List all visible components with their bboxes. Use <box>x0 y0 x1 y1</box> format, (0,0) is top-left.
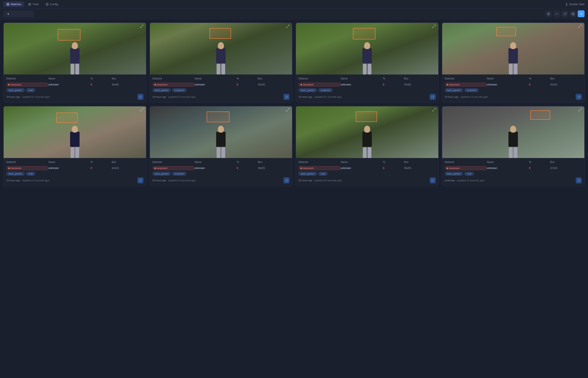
expand-icon[interactable] <box>286 108 290 112</box>
card-info: DetectorName%Boxdeepstackunknown044x53ba… <box>4 158 146 186</box>
card-refresh-button[interactable] <box>283 94 290 100</box>
col-header-%: % <box>383 77 404 80</box>
card-image-wrapper <box>4 106 146 158</box>
settings-button[interactable] <box>570 10 576 17</box>
refresh-all-button[interactable] <box>561 10 568 17</box>
card-refresh-button[interactable] <box>430 94 436 100</box>
card-refresh-button[interactable] <box>137 177 143 183</box>
figure-leg-left <box>71 147 74 158</box>
expand-icon[interactable] <box>578 108 583 112</box>
expand-icon[interactable] <box>432 108 437 112</box>
card-image-wrapper <box>4 23 146 74</box>
tag-snapshot[interactable]: snapshot <box>172 172 186 176</box>
check-button[interactable] <box>553 10 560 17</box>
tag-back_garden[interactable]: back_garden <box>153 172 171 176</box>
tag-back_garden[interactable]: back_garden <box>6 172 25 176</box>
app-title-area: ❯ Double Take <box>565 3 585 6</box>
figure-legs <box>363 64 371 74</box>
expand-icon[interactable] <box>140 25 144 29</box>
svg-line-30 <box>434 108 435 109</box>
card-image-wrapper <box>296 23 438 74</box>
face-bounding-box <box>353 28 376 39</box>
scene-background <box>296 106 438 158</box>
toolbar: ▾ <box>0 9 588 19</box>
info-data-row: deepstackunknown045x60 <box>6 83 143 87</box>
close-button[interactable] <box>578 10 585 17</box>
svg-line-27 <box>141 110 141 111</box>
figure-head <box>364 42 370 49</box>
tab-train[interactable]: Train <box>25 1 42 7</box>
svg-line-25 <box>579 27 580 27</box>
human-figure <box>70 42 80 74</box>
delete-button[interactable] <box>545 10 552 17</box>
match-percentage: 0 <box>90 83 112 86</box>
tab-config[interactable]: Config <box>43 1 61 7</box>
info-header: DetectorName%Box <box>6 161 143 164</box>
expand-icon[interactable] <box>140 108 144 112</box>
card-refresh-button[interactable] <box>576 94 582 100</box>
col-header-box: Box <box>258 161 290 164</box>
info-data-row: deepstackunknown045x60 <box>153 83 290 87</box>
filter-dropdown[interactable]: ▾ <box>3 11 34 17</box>
figure-body <box>70 48 80 63</box>
tag-back_garden[interactable]: back_garden <box>153 88 171 92</box>
svg-line-26 <box>142 108 143 109</box>
card-image-wrapper <box>442 106 585 158</box>
col-header-%: % <box>529 77 550 80</box>
detector-dot <box>447 84 448 85</box>
tag-mqtt[interactable]: mqtt <box>318 172 328 176</box>
detector-badge: deepstack <box>153 166 195 170</box>
expand-icon[interactable] <box>432 25 437 29</box>
match-percentage: 0 <box>383 167 404 170</box>
tag-back_garden[interactable]: back_garden <box>445 88 463 92</box>
time-row: 19 hours ago (updated 27 seconds ago) <box>6 94 143 100</box>
tag-back_garden[interactable]: back_garden <box>445 172 463 176</box>
info-header: DetectorName%Box <box>6 77 143 81</box>
refresh-icon <box>563 12 566 15</box>
human-figure <box>362 126 372 158</box>
tag-snapshot[interactable]: snapshot <box>464 88 479 92</box>
tag-mqtt[interactable]: mqtt <box>26 88 35 92</box>
tag-back_garden[interactable]: back_garden <box>298 172 317 176</box>
match-percentage: 0 <box>529 83 550 86</box>
tab-matches[interactable]: Matches <box>3 1 24 7</box>
card-refresh-button[interactable] <box>576 177 582 183</box>
human-figure <box>216 126 226 158</box>
tag-snapshot[interactable]: snapshot <box>318 88 333 92</box>
info-data-row: deepstackunknown043x53 <box>445 83 582 87</box>
figure-legs <box>509 64 517 74</box>
col-header-%: % <box>237 161 258 164</box>
col-header-name: Name <box>195 161 237 164</box>
tag-back_garden[interactable]: back_garden <box>6 88 25 92</box>
detector-badge: deepstack <box>298 166 341 170</box>
card-refresh-button[interactable] <box>283 177 290 183</box>
expand-icon[interactable] <box>578 25 583 29</box>
card-refresh-button[interactable] <box>137 94 143 100</box>
match-percentage: 0 <box>237 167 258 170</box>
match-box: 47x60 <box>550 167 582 170</box>
expand-icon[interactable] <box>286 25 290 29</box>
close-icon <box>580 12 583 15</box>
info-data-row: deepstackunknown038x55 <box>298 166 436 170</box>
card-refresh-button[interactable] <box>430 177 436 183</box>
tag-mqtt[interactable]: mqtt <box>464 172 473 176</box>
tag-snapshot[interactable]: snapshot <box>172 88 186 92</box>
svg-line-32 <box>580 108 581 109</box>
app-title: Double Take <box>569 3 585 6</box>
info-data-row: deepstackunknown044x53 <box>6 166 143 170</box>
match-name: unknown <box>341 167 383 170</box>
tab-matches-label: Matches <box>11 3 21 6</box>
col-header-%: % <box>90 161 112 164</box>
col-header-box: Box <box>404 77 435 80</box>
tag-mqtt[interactable]: mqtt <box>26 172 35 176</box>
col-header-box: Box <box>112 77 143 80</box>
col-header-detector: Detector <box>153 161 195 164</box>
info-header: DetectorName%Box <box>153 77 290 81</box>
time-row: 19 hours ago (updated 19 seconds ago) <box>445 94 582 100</box>
card-info: DetectorName%Boxdeepstackunknown047x60ba… <box>442 158 585 186</box>
figure-leg-left <box>363 64 367 74</box>
human-figure <box>216 42 226 74</box>
tag-back_garden[interactable]: back_garden <box>298 88 317 92</box>
tags-row: back_gardenmqtt <box>298 172 436 176</box>
face-bounding-box <box>209 28 231 39</box>
